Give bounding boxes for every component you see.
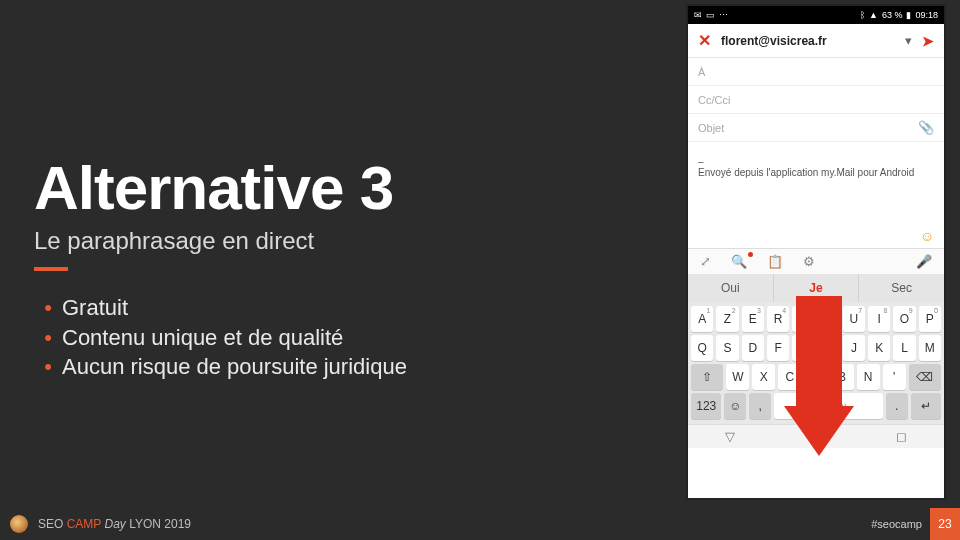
spacebar-key[interactable]: SwiftKey [774, 393, 883, 419]
to-field[interactable]: À [688, 58, 944, 86]
key-h[interactable]: H [818, 335, 840, 361]
dots-icon: ⋯ [719, 10, 728, 20]
cc-label: Cc/Cci [698, 94, 730, 106]
key-j[interactable]: J [843, 335, 865, 361]
subject-field[interactable]: Objet 📎 [688, 114, 944, 142]
key-d[interactable]: D [742, 335, 764, 361]
bluetooth-icon: ᛒ [860, 10, 865, 20]
key-'[interactable]: ' [883, 364, 906, 390]
attachment-icon[interactable]: 📎 [918, 120, 934, 135]
key-w[interactable]: W [726, 364, 749, 390]
close-icon[interactable]: ✕ [698, 31, 711, 50]
slide-title: Alternative 3 [34, 152, 674, 223]
bullet-icon: • [34, 323, 62, 353]
footer-day: Day [104, 517, 125, 531]
suggestion[interactable]: Oui [688, 274, 774, 302]
nav-back-icon[interactable]: ▽ [725, 429, 735, 444]
statusbar: ✉ ▭ ⋯ ᛒ ▲ 63 % ▮ 09:18 [688, 6, 944, 24]
list-item: •Gratuit [34, 293, 674, 323]
key-x[interactable]: X [752, 364, 775, 390]
bullet-text: Gratuit [62, 293, 128, 323]
bullet-list: •Gratuit •Contenu unique et de qualité •… [34, 293, 674, 382]
key-e[interactable]: E3 [742, 306, 764, 332]
key-f[interactable]: F [767, 335, 789, 361]
enter-key[interactable]: ↵ [911, 393, 941, 419]
shift-key[interactable]: ⇧ [691, 364, 723, 390]
key-i[interactable]: I8 [868, 306, 890, 332]
key-p[interactable]: P0 [919, 306, 941, 332]
slide-content: Alternative 3 Le paraphrasage en direct … [34, 152, 674, 382]
numbers-key[interactable]: 123 [691, 393, 721, 419]
email-body[interactable]: – Envoyé depuis l'application my.Mail po… [688, 142, 944, 228]
suggestion[interactable]: Je [774, 274, 860, 302]
bullet-text: Contenu unique et de qualité [62, 323, 343, 353]
expand-icon[interactable]: ⤢ [700, 254, 711, 269]
logo-icon [10, 515, 28, 533]
chevron-down-icon[interactable]: ▾ [905, 33, 912, 48]
key-k[interactable]: K [868, 335, 890, 361]
list-item: •Aucun risque de poursuite juridique [34, 352, 674, 382]
key-v[interactable]: V [804, 364, 827, 390]
clock-text: 09:18 [915, 10, 938, 20]
key-g[interactable]: G [792, 335, 814, 361]
key-m[interactable]: M [919, 335, 941, 361]
nav-recent-icon[interactable]: ◻ [896, 429, 907, 444]
clipboard-icon[interactable]: 📋 [767, 254, 783, 269]
footer-hashtag: #seocamp [871, 518, 930, 530]
footer-seo: SEO [38, 517, 63, 531]
search-icon[interactable]: 🔍 [731, 254, 747, 269]
slide-subtitle: Le paraphrasage en direct [34, 227, 674, 255]
battery-text: 63 % [882, 10, 903, 20]
emoji-icon[interactable]: ☺ [688, 228, 944, 248]
key-u[interactable]: U7 [843, 306, 865, 332]
subject-label: Objet [698, 122, 724, 134]
key-r[interactable]: R4 [767, 306, 789, 332]
footer-camp: CAMP [67, 517, 101, 531]
mail-icon: ✉ [694, 10, 702, 20]
suggestion-bar: Oui Je Sec [688, 274, 944, 302]
bullet-text: Aucun risque de poursuite juridique [62, 352, 407, 382]
key-y[interactable]: Y6 [818, 306, 840, 332]
compose-appbar: ✕ florent@visicrea.fr ▾ ➤ [688, 24, 944, 58]
key-a[interactable]: A1 [691, 306, 713, 332]
key-t[interactable]: T5 [792, 306, 814, 332]
list-item: •Contenu unique et de qualité [34, 323, 674, 353]
from-address[interactable]: florent@visicrea.fr [721, 34, 895, 48]
key-l[interactable]: L [893, 335, 915, 361]
key-b[interactable]: B [831, 364, 854, 390]
key-z[interactable]: Z2 [716, 306, 738, 332]
footer-rest: LYON 2019 [129, 517, 191, 531]
card-icon: ▭ [706, 10, 715, 20]
key-o[interactable]: O9 [893, 306, 915, 332]
phone-screenshot: ✉ ▭ ⋯ ᛒ ▲ 63 % ▮ 09:18 ✕ florent@visicre… [688, 6, 944, 498]
bullet-icon: • [34, 293, 62, 323]
footer: SEO CAMP Day LYON 2019 #seocamp 23 [0, 508, 960, 540]
backspace-key[interactable]: ⌫ [909, 364, 941, 390]
emoji-key[interactable]: ☺ [724, 393, 746, 419]
accent-divider [34, 267, 68, 271]
send-icon[interactable]: ➤ [922, 33, 934, 49]
period-key[interactable]: . [886, 393, 908, 419]
footer-text: SEO CAMP Day LYON 2019 [38, 517, 191, 531]
android-navbar: ▽ ◯ ◻ [688, 424, 944, 448]
keyboard: A1Z2E3R4T5Y6U7I8O9P0 QSDFGHJKLM ⇧WXCVBN'… [688, 302, 944, 424]
comma-key[interactable]: , [749, 393, 771, 419]
key-c[interactable]: C [778, 364, 801, 390]
page-number: 23 [930, 508, 960, 540]
bullet-icon: • [34, 352, 62, 382]
signal-icon: ▲ [869, 10, 878, 20]
gear-icon[interactable]: ⚙ [803, 254, 815, 269]
suggestion[interactable]: Sec [859, 274, 944, 302]
key-q[interactable]: Q [691, 335, 713, 361]
key-s[interactable]: S [716, 335, 738, 361]
nav-home-icon[interactable]: ◯ [808, 429, 823, 444]
key-n[interactable]: N [857, 364, 880, 390]
signature-text: Envoyé depuis l'application my.Mail pour… [698, 167, 934, 178]
keyboard-toolbar: ⤢ 🔍 📋 ⚙ 🎤 [688, 248, 944, 274]
cc-field[interactable]: Cc/Cci [688, 86, 944, 114]
to-label: À [698, 66, 705, 78]
battery-icon: ▮ [906, 10, 911, 20]
mic-icon[interactable]: 🎤 [916, 254, 932, 269]
signature-dash: – [698, 156, 934, 167]
